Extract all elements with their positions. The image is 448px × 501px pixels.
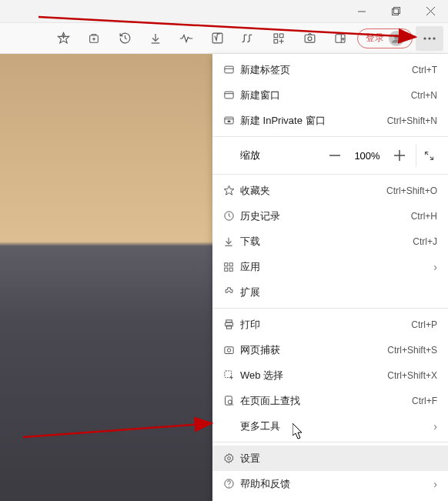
menu-label: 更多工具: [240, 419, 426, 433]
menu-shortcut: Ctrl+J: [413, 236, 437, 247]
new-tab-icon: [223, 64, 240, 75]
menu-downloads[interactable]: 下载 Ctrl+J: [212, 229, 448, 254]
menu-label: 设置: [240, 452, 437, 466]
svg-point-60: [229, 486, 229, 486]
menu-more-tools[interactable]: 更多工具 ›: [212, 413, 448, 439]
menu-apps[interactable]: 应用 ›: [212, 254, 448, 279]
download-icon: [223, 236, 240, 247]
menu-new-tab[interactable]: 新建标签页 Ctrl+T: [212, 57, 448, 82]
svg-rect-47: [225, 268, 228, 271]
menu-shortcut: Ctrl+H: [411, 211, 437, 222]
svg-rect-51: [226, 326, 231, 329]
menu-label: 新建 InPrivate 窗口: [240, 114, 387, 128]
svg-rect-19: [305, 35, 315, 42]
new-window-icon: [223, 89, 240, 101]
login-label: 登录: [366, 32, 384, 45]
settings-menu: 新建标签页 Ctrl+T 新建窗口 Ctrl+N 新建 InPrivate 窗口…: [212, 54, 448, 501]
history-icon[interactable]: [111, 26, 139, 51]
menu-print[interactable]: 打印 Ctrl+P: [212, 312, 448, 337]
menu-label: 帮助和反馈: [240, 477, 426, 491]
svg-rect-1: [393, 9, 399, 15]
svg-rect-15: [279, 34, 283, 38]
chevron-right-icon: ›: [426, 420, 437, 433]
svg-rect-45: [225, 262, 228, 266]
citations-icon[interactable]: [234, 26, 262, 51]
menu-shortcut: Ctrl+T: [412, 65, 437, 75]
gear-icon: [223, 453, 240, 464]
svg-marker-65: [293, 423, 302, 439]
svg-point-25: [394, 34, 399, 38]
svg-point-58: [228, 457, 231, 460]
svg-rect-35: [228, 121, 231, 123]
menu-settings[interactable]: 设置: [212, 446, 448, 471]
star-icon: [223, 185, 240, 196]
web-select-icon: [223, 369, 240, 381]
svg-point-26: [423, 37, 426, 39]
print-icon: [223, 319, 240, 330]
window-titlebar: [0, 0, 448, 23]
menu-separator: [212, 136, 448, 137]
zoom-label: 缩放: [240, 149, 260, 162]
svg-rect-21: [336, 34, 345, 42]
menu-favorites[interactable]: 收藏夹 Ctrl+Shift+O: [212, 178, 448, 203]
svg-marker-41: [224, 185, 234, 195]
menu-shortcut: Ctrl+Shift+X: [387, 370, 437, 381]
menu-label: 应用: [240, 260, 426, 274]
minimize-button[interactable]: [344, 0, 379, 22]
menu-label: 收藏夹: [240, 184, 386, 198]
menu-label: 下载: [240, 235, 413, 249]
chevron-right-icon: ›: [426, 478, 437, 490]
capture-icon: [223, 344, 240, 356]
svg-point-28: [433, 37, 435, 39]
zoom-out-button[interactable]: [322, 144, 348, 167]
close-window-button[interactable]: [413, 0, 448, 22]
math-icon[interactable]: [203, 26, 231, 51]
menu-web-capture[interactable]: 网页捕获 Ctrl+Shift+S: [212, 337, 448, 362]
svg-rect-31: [225, 92, 233, 99]
history-icon: [223, 210, 240, 222]
fullscreen-button[interactable]: [416, 144, 442, 167]
favorites-icon[interactable]: [49, 26, 77, 51]
menu-new-window[interactable]: 新建窗口 Ctrl+N: [212, 82, 448, 108]
menu-close-edge[interactable]: 关闭 Microsoft Edge: [212, 496, 448, 501]
avatar-icon: [389, 31, 404, 46]
svg-point-27: [428, 37, 430, 39]
chevron-right-icon: ›: [426, 261, 437, 273]
screenshot-icon[interactable]: [296, 26, 323, 51]
maximize-button[interactable]: [379, 0, 413, 22]
menu-shortcut: Ctrl+P: [411, 319, 437, 330]
login-chip[interactable]: 登录: [357, 28, 413, 48]
svg-point-56: [228, 400, 232, 404]
menu-find[interactable]: 在页面上查找 Ctrl+F: [212, 388, 448, 413]
sidebar-icon[interactable]: [326, 26, 354, 51]
menu-shortcut: Ctrl+Shift+O: [386, 185, 437, 196]
collections-icon[interactable]: [80, 26, 108, 51]
menu-label: 新建窗口: [240, 89, 411, 102]
apps-icon[interactable]: [265, 26, 293, 51]
menu-label: 网页捕获: [240, 343, 387, 357]
help-icon: [223, 478, 240, 489]
performance-icon[interactable]: [172, 26, 200, 51]
menu-separator: [212, 442, 448, 443]
svg-rect-29: [225, 66, 233, 73]
toolbar: 登录: [0, 23, 448, 54]
inprivate-icon: [223, 115, 240, 126]
menu-label: 新建标签页: [240, 63, 412, 77]
menu-new-inprivate[interactable]: 新建 InPrivate 窗口 Ctrl+Shift+N: [212, 108, 448, 133]
zoom-in-button[interactable]: [386, 144, 413, 167]
menu-label: 在页面上查找: [240, 394, 412, 408]
menu-web-select[interactable]: Web 选择 Ctrl+Shift+X: [212, 362, 448, 388]
downloads-icon[interactable]: [142, 26, 169, 51]
menu-label: 打印: [240, 318, 411, 332]
menu-label: Web 选择: [240, 369, 387, 382]
menu-extensions[interactable]: 扩展: [212, 279, 448, 305]
menu-shortcut: Ctrl+Shift+S: [387, 345, 437, 356]
menu-history[interactable]: 历史记录 Ctrl+H: [212, 203, 448, 229]
menu-separator: [212, 174, 448, 175]
menu-shortcut: Ctrl+N: [411, 90, 437, 101]
svg-rect-14: [274, 34, 278, 38]
menu-shortcut: Ctrl+F: [412, 396, 437, 406]
svg-point-20: [308, 37, 312, 41]
menu-help[interactable]: 帮助和反馈 ›: [212, 471, 448, 496]
more-button[interactable]: [416, 26, 443, 51]
